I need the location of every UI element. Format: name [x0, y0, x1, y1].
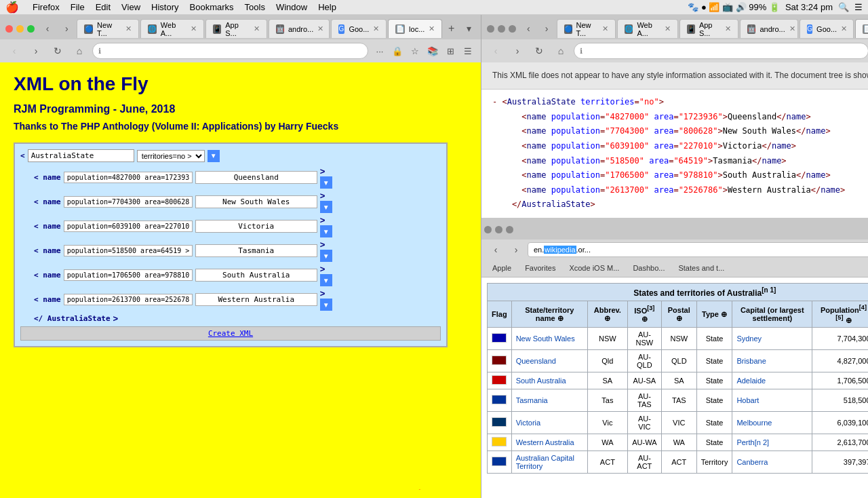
reading-mode-button[interactable]: ⊞	[443, 43, 458, 58]
bookmark-xcode[interactable]: Xcode iOS M...	[564, 263, 625, 273]
xml-content-input-5[interactable]	[195, 293, 317, 306]
cell-capital-2[interactable]: Adelaide	[732, 372, 812, 389]
menu-view[interactable]: View	[121, 2, 140, 12]
bookmark-dashbo[interactable]: Dashbo...	[627, 263, 670, 273]
right-tab-close-4[interactable]: ✕	[789, 24, 795, 33]
tab-web-a[interactable]: 🌐 Web A... ✕	[140, 19, 203, 38]
right-minimize-button[interactable]	[498, 25, 505, 33]
attr-add-button[interactable]: ▼	[208, 150, 220, 162]
cell-name-1[interactable]: Queensland	[511, 350, 587, 372]
more-options-button[interactable]: ···	[372, 43, 387, 58]
right-tab-web-a[interactable]: 🌐 Web A... ✕	[617, 19, 678, 38]
right-tab-andro[interactable]: 🤖 andro... ✕	[740, 19, 798, 38]
tab-close-4[interactable]: ✕	[317, 24, 323, 33]
cell-capital-4[interactable]: Melbourne	[732, 412, 812, 434]
right-tab-prev-button[interactable]: ‹	[520, 19, 537, 38]
attr-dropdown[interactable]: territories=no >	[137, 150, 205, 162]
tab-new-t[interactable]: 🔵 New T... ✕	[77, 19, 139, 38]
bookmark-button[interactable]: 🔒	[390, 43, 405, 58]
right-url-input[interactable]: localhost:8888/xml_on_the_fly.php	[595, 46, 848, 56]
right-tab-app-s[interactable]: 📱 App S... ✕	[679, 19, 739, 38]
menu-window[interactable]: Window	[276, 2, 307, 12]
cell-capital-1[interactable]: Brisbane	[732, 350, 812, 372]
bookmark-favorites[interactable]: Favorites	[519, 263, 561, 273]
footer-arrow-button[interactable]: >	[113, 313, 119, 324]
tab-andro[interactable]: 🤖 andro... ✕	[269, 19, 330, 38]
xml-attr-input-2[interactable]	[64, 221, 193, 232]
right-maximize-button[interactable]	[509, 25, 516, 33]
wiki-min-btn[interactable]	[495, 226, 502, 233]
xml-dropdown-btn-3[interactable]: ▼	[320, 250, 332, 262]
xml-content-input-4[interactable]	[195, 269, 317, 282]
tab-google[interactable]: G Goo... ✕	[331, 19, 387, 38]
back-button[interactable]: ‹	[5, 42, 23, 60]
tab-close-3[interactable]: ✕	[254, 24, 260, 33]
right-back-button[interactable]: ‹	[487, 42, 505, 60]
cell-name-3[interactable]: Tasmania	[511, 389, 587, 412]
xml-content-input-3[interactable]	[195, 244, 317, 257]
apple-menu[interactable]: 🍎	[5, 1, 19, 14]
right-tab-next-button[interactable]: ›	[538, 19, 555, 38]
xml-arrow-btn-2[interactable]: >	[320, 215, 326, 225]
xml-attr-input-1[interactable]	[64, 196, 193, 208]
menu-firefox[interactable]: Firefox	[33, 2, 60, 12]
xml-arrow-btn-4[interactable]: >	[320, 264, 326, 274]
xml-content-input-1[interactable]	[195, 195, 317, 208]
xml-content-input-2[interactable]	[195, 220, 317, 233]
xml-dropdown-btn-5[interactable]: ▼	[320, 299, 332, 311]
right-reload-button[interactable]: ↻	[530, 42, 548, 60]
tab-close-5[interactable]: ✕	[373, 24, 379, 33]
xml-tag-input[interactable]	[28, 149, 134, 162]
cell-capital-5[interactable]: Perth[n 2]	[732, 434, 812, 451]
menu-edit[interactable]: Edit	[96, 2, 111, 12]
xml-arrow-btn-0[interactable]: >	[320, 166, 326, 176]
xml-dropdown-btn-1[interactable]: ▼	[320, 201, 332, 213]
tab-localhost[interactable]: 📄 loc... ✕	[388, 19, 442, 38]
xml-dropdown-btn-0[interactable]: ▼	[320, 176, 332, 189]
tab-more-button[interactable]: ▾	[460, 19, 478, 38]
wiki-back-btn[interactable]: ‹	[487, 241, 505, 258]
menu-bookmarks[interactable]: Bookmarks	[190, 2, 234, 12]
bookmark-apple[interactable]: Apple	[487, 263, 517, 273]
xml-attr-input-4[interactable]	[64, 269, 193, 281]
right-close-button[interactable]	[487, 25, 494, 33]
cell-capital-6[interactable]: Canberra	[732, 451, 812, 474]
close-button[interactable]	[5, 25, 13, 33]
minimize-button[interactable]	[16, 25, 24, 33]
xml-arrow-btn-5[interactable]: >	[320, 288, 326, 299]
menu-button[interactable]: ☰	[460, 43, 475, 58]
menu-history[interactable]: History	[151, 2, 178, 12]
maximize-button[interactable]	[27, 25, 35, 33]
wiki-fwd-btn[interactable]: ›	[507, 241, 525, 258]
star-button[interactable]: ☆	[408, 43, 422, 58]
menu-help[interactable]: Help	[318, 2, 336, 12]
cell-name-6[interactable]: Australian Capital Territory	[511, 451, 587, 474]
tab-close-1[interactable]: ✕	[125, 24, 132, 33]
right-home-button[interactable]: ⌂	[552, 42, 570, 60]
right-tab-close-1[interactable]: ✕	[602, 24, 608, 33]
cell-capital-0[interactable]: Sydney	[732, 328, 812, 350]
right-tab-loc[interactable]: 📄 loc... ✕	[855, 19, 868, 38]
tab-add-button[interactable]: +	[443, 20, 458, 37]
tab-close-6[interactable]: ✕	[429, 24, 435, 33]
right-tab-new-t[interactable]: 🔵 New T... ✕	[557, 19, 616, 38]
sidebar-button[interactable]: 📚	[425, 43, 440, 58]
right-tab-close-5[interactable]: ✕	[841, 24, 847, 33]
tab-close-2[interactable]: ✕	[191, 24, 197, 33]
tab-prev-button[interactable]: ‹	[39, 19, 56, 38]
xml-arrow-btn-3[interactable]: >	[320, 240, 326, 250]
xml-content-input-0[interactable]	[195, 171, 317, 184]
xml-attr-input-3[interactable]	[64, 245, 193, 256]
cell-name-4[interactable]: Victoria	[511, 412, 587, 434]
xml-attr-input-5[interactable]	[64, 294, 193, 305]
reload-button[interactable]: ↻	[49, 42, 66, 60]
wiki-max-btn[interactable]	[506, 226, 513, 233]
right-tab-goo[interactable]: G Goo... ✕	[800, 19, 854, 38]
create-xml-link[interactable]: Create XML	[208, 329, 253, 338]
wiki-close-btn[interactable]	[484, 226, 492, 233]
url-input[interactable]: localhost:8888/xml_on_the_fly.php	[113, 46, 347, 56]
cell-capital-3[interactable]: Hobart	[732, 389, 812, 412]
menu-tools[interactable]: Tools	[245, 2, 265, 12]
right-tab-close-2[interactable]: ✕	[665, 24, 671, 33]
xml-attr-input-0[interactable]	[64, 172, 193, 183]
